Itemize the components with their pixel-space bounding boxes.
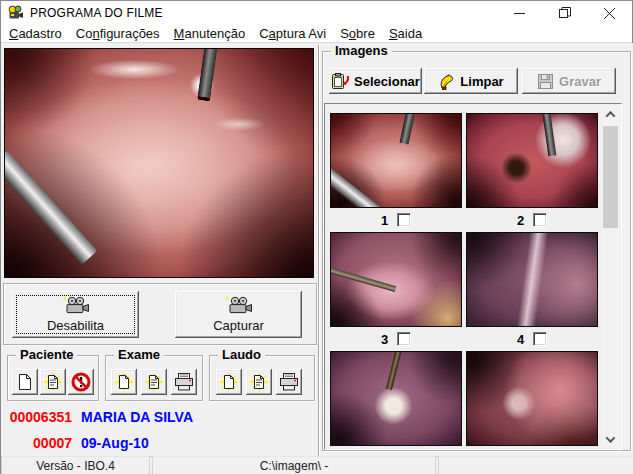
block-icon: [71, 372, 91, 392]
exam-id: 00007: [6, 435, 72, 451]
imagens-group-label: Imagens: [331, 44, 392, 58]
new-document-icon: [219, 372, 239, 392]
thumbnail-5[interactable]: [330, 351, 462, 446]
restore-icon: [559, 7, 571, 19]
desabilita-button[interactable]: Desabilita: [12, 291, 139, 338]
laudo-edit-button[interactable]: [246, 369, 272, 395]
menu-item-cadastro[interactable]: Cadastro: [2, 25, 69, 43]
exam-date: 09-Aug-10: [81, 435, 149, 451]
menubar: Cadastro Configurações Manutenção Captur…: [1, 25, 632, 43]
close-icon: [604, 8, 615, 19]
paciente-new-button[interactable]: [12, 369, 38, 395]
scrollbar-thumb[interactable]: [603, 126, 618, 228]
paciente-group-label: Paciente: [16, 348, 77, 362]
chevron-up-icon: [606, 110, 616, 120]
edit-document-icon: [249, 372, 269, 392]
exame-print-button[interactable]: [171, 369, 197, 395]
thumbnail-3-number: 3: [381, 332, 388, 347]
selecionar-label: Selecionar: [354, 74, 420, 89]
thumbnail-4-label-row: 4: [466, 327, 598, 351]
thumbnail-1-label-row: 1: [330, 208, 462, 232]
edit-document-icon: [144, 372, 164, 392]
clean-brush-icon: [438, 73, 455, 90]
thumbnail-2[interactable]: [466, 113, 598, 208]
exame-group-label: Exame: [114, 348, 164, 362]
imagens-group: Imagens Selecionar Limpar: [322, 51, 631, 451]
patient-id: 00006351: [6, 409, 72, 425]
paciente-delete-button[interactable]: [68, 369, 94, 395]
gravar-button[interactable]: Gravar: [522, 68, 616, 94]
thumbnail-2-number: 2: [517, 213, 524, 228]
capture-panel: Desabilita Capturar: [3, 283, 317, 345]
movie-camera-icon: [8, 5, 24, 21]
clipboard-select-icon: [331, 73, 349, 90]
thumbnail-1[interactable]: [330, 113, 462, 208]
thumbnail-6[interactable]: [466, 351, 598, 446]
new-document-icon: [114, 372, 134, 392]
laudo-group: Laudo: [209, 355, 315, 401]
laudo-new-button[interactable]: [216, 369, 242, 395]
thumbnail-4[interactable]: [466, 232, 598, 327]
chevron-down-icon: [606, 433, 616, 443]
thumbnail-4-checkbox[interactable]: [533, 332, 547, 346]
video-camera-icon: [226, 296, 252, 315]
capturar-button[interactable]: Capturar: [175, 291, 302, 338]
floppy-disk-icon: [537, 73, 554, 90]
exam-info-row: 00007 09-Aug-10: [6, 435, 149, 451]
menu-item-manutencao[interactable]: Manutenção: [167, 25, 253, 43]
limpar-button[interactable]: Limpar: [424, 68, 518, 94]
titlebar: PROGRAMA DO FILME: [1, 1, 632, 25]
status-path: C:\imagem\ -: [152, 456, 436, 474]
thumbnail-1-number: 1: [381, 213, 388, 228]
laudo-print-button[interactable]: [276, 369, 302, 395]
vertical-divider: [318, 45, 320, 474]
minimize-button[interactable]: [497, 1, 542, 25]
menu-item-captura-avi[interactable]: Captura Avi: [252, 25, 333, 43]
laudo-group-label: Laudo: [218, 348, 265, 362]
scroll-down-button[interactable]: [602, 431, 619, 447]
paciente-group: Paciente: [7, 355, 99, 401]
app-window: PROGRAMA DO FILME Cadastro Configurações…: [0, 0, 633, 474]
menu-item-saida[interactable]: Saida: [382, 25, 429, 43]
statusbar: Versão - IBO.4 C:\imagem\ -: [1, 456, 633, 474]
menu-item-sobre[interactable]: Sobre: [333, 25, 382, 43]
desabilita-label: Desabilita: [47, 318, 104, 333]
selecionar-button[interactable]: Selecionar: [329, 68, 422, 94]
video-camera-icon: [63, 296, 89, 315]
thumbnails-panel: 1 2 3: [324, 103, 622, 450]
minimize-icon: [514, 8, 525, 19]
thumbnail-1-checkbox[interactable]: [397, 213, 411, 227]
thumbnails-scrollbar[interactable]: [602, 106, 619, 447]
exame-edit-button[interactable]: [141, 369, 167, 395]
gravar-label: Gravar: [559, 74, 601, 89]
scroll-up-button[interactable]: [602, 106, 619, 122]
thumbnail-3[interactable]: [330, 232, 462, 327]
limpar-label: Limpar: [460, 74, 503, 89]
print-icon: [174, 373, 194, 391]
trocar-instrument: [197, 48, 218, 102]
window-title: PROGRAMA DO FILME: [30, 6, 163, 20]
grasper-instrument: [4, 150, 97, 264]
video-preview: [4, 48, 314, 278]
close-button[interactable]: [587, 1, 632, 25]
status-version: Versão - IBO.4: [1, 456, 150, 474]
thumbnail-3-label-row: 3: [330, 327, 462, 351]
thumbnail-4-number: 4: [517, 332, 524, 347]
status-extra: [438, 456, 633, 474]
paciente-edit-button[interactable]: [40, 369, 66, 395]
window-controls: [497, 1, 632, 25]
main-content: Desabilita Capturar Paciente: [1, 43, 633, 456]
exame-group: Exame: [105, 355, 203, 401]
thumbnails-viewport: 1 2 3: [327, 106, 603, 447]
exame-new-button[interactable]: [111, 369, 137, 395]
new-document-icon: [17, 373, 33, 391]
edit-document-icon: [43, 372, 63, 392]
patient-name: MARIA DA SILVA: [81, 409, 193, 425]
maximize-button[interactable]: [542, 1, 587, 25]
patient-info-row: 00006351 MARIA DA SILVA: [6, 409, 193, 425]
thumbnail-2-checkbox[interactable]: [533, 213, 547, 227]
menu-item-configuracoes[interactable]: Configurações: [69, 25, 167, 43]
thumbnail-2-label-row: 2: [466, 208, 598, 232]
thumbnail-3-checkbox[interactable]: [397, 332, 411, 346]
print-icon: [279, 373, 299, 391]
